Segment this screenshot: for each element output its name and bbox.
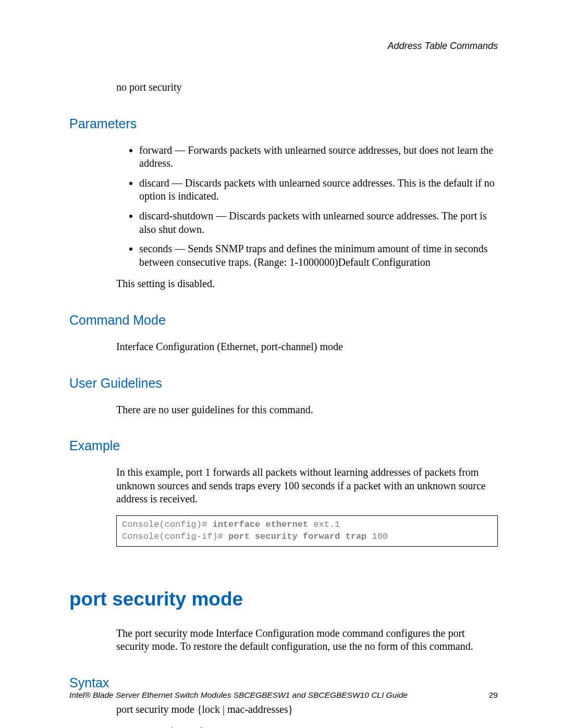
syntax-line1: port security mode {lock | mac-addresses…: [116, 703, 498, 717]
example-code: Console(config)# interface ethernet ext.…: [116, 515, 498, 547]
list-item: forward — Forwards packets with unlearne…: [139, 144, 498, 170]
intro-no-port-security: no port security: [116, 81, 498, 94]
parameters-list: forward — Forwards packets with unlearne…: [127, 144, 498, 269]
command-mode-body: Interface Configuration (Ethernet, port-…: [116, 340, 498, 354]
heading-example: Example: [69, 438, 498, 453]
parameters-after: This setting is disabled.: [116, 277, 498, 291]
port-security-mode-body: The port security mode Interface Configu…: [116, 627, 498, 653]
running-header: Address Table Commands: [69, 41, 498, 52]
list-item: seconds — Sends SNMP traps and defines t…: [139, 242, 498, 269]
heading-user-guidelines: User Guidelines: [69, 376, 498, 391]
syntax-line2: no port security mode: [116, 725, 498, 728]
example-body: In this example, port 1 forwards all pac…: [116, 466, 498, 506]
code-line: Console(config-if)# port security forwar…: [122, 531, 492, 543]
heading-command-mode: Command Mode: [69, 313, 498, 328]
page-footer: Intel® Blade Server Ethernet Switch Modu…: [69, 690, 498, 700]
user-guidelines-body: There are no user guidelines for this co…: [116, 403, 498, 417]
heading-syntax: Syntax: [69, 675, 498, 690]
footer-text: Intel® Blade Server Ethernet Switch Modu…: [69, 690, 408, 699]
code-line: Console(config)# interface ethernet ext.…: [122, 519, 492, 531]
list-item: discard-shutdown — Discards packets with…: [139, 209, 498, 236]
list-item: discard — Discards packets with unlearne…: [139, 177, 498, 203]
page-number: 29: [489, 690, 498, 700]
heading-parameters: Parameters: [69, 116, 498, 131]
heading-port-security-mode: port security mode: [69, 588, 498, 610]
